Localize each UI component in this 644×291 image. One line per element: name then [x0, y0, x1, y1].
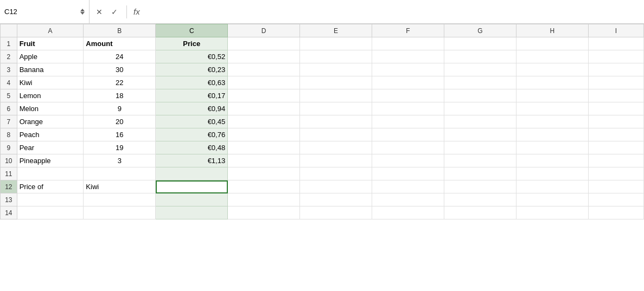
cell-h10[interactable] [516, 154, 588, 167]
cell-h6[interactable] [516, 102, 588, 115]
cell-a11[interactable] [17, 167, 84, 180]
cell-i12[interactable] [588, 180, 643, 193]
cell-h9[interactable] [516, 141, 588, 154]
cell-a5[interactable]: Lemon [17, 89, 84, 102]
cell-b11[interactable] [84, 167, 156, 180]
cell-ref-arrow-down[interactable] [80, 12, 85, 15]
row-number[interactable]: 1 [1, 37, 17, 50]
cell-d14[interactable] [228, 206, 300, 219]
cell-b13[interactable] [84, 193, 156, 206]
row-number[interactable]: 13 [1, 193, 17, 206]
cell-h7[interactable] [516, 115, 588, 128]
row-number[interactable]: 11 [1, 167, 17, 180]
cell-f2[interactable] [372, 50, 444, 63]
cell-ref-arrows[interactable] [80, 9, 85, 15]
cell-i5[interactable] [588, 89, 643, 102]
cell-f1[interactable] [372, 37, 444, 50]
cell-i10[interactable] [588, 154, 643, 167]
cell-d11[interactable] [228, 167, 300, 180]
cell-e5[interactable] [300, 89, 372, 102]
col-header-c[interactable]: C [156, 24, 228, 37]
cell-b10[interactable]: 3 [84, 154, 156, 167]
cell-c12[interactable] [156, 180, 228, 193]
col-header-d[interactable]: D [228, 24, 300, 37]
cell-i1[interactable] [588, 37, 643, 50]
cell-d1[interactable] [228, 37, 300, 50]
cell-b1[interactable]: Amount [84, 37, 156, 50]
cell-d5[interactable] [228, 89, 300, 102]
cell-e7[interactable] [300, 115, 372, 128]
cell-g2[interactable] [444, 50, 516, 63]
cell-f8[interactable] [372, 128, 444, 141]
cell-g11[interactable] [444, 167, 516, 180]
row-number[interactable]: 8 [1, 128, 17, 141]
cell-c1[interactable]: Price [156, 37, 228, 50]
cell-h12[interactable] [516, 180, 588, 193]
cell-f11[interactable] [372, 167, 444, 180]
cell-a10[interactable]: Pineapple [17, 154, 84, 167]
cell-g1[interactable] [444, 37, 516, 50]
cell-a14[interactable] [17, 206, 84, 219]
cancel-button[interactable]: ✕ [94, 7, 105, 17]
cell-d2[interactable] [228, 50, 300, 63]
cell-d7[interactable] [228, 115, 300, 128]
cell-a4[interactable]: Kiwi [17, 76, 84, 89]
cell-g9[interactable] [444, 141, 516, 154]
cell-e2[interactable] [300, 50, 372, 63]
cell-c14[interactable] [156, 206, 228, 219]
cell-e13[interactable] [300, 193, 372, 206]
cell-a3[interactable]: Banana [17, 63, 84, 76]
cell-a9[interactable]: Pear [17, 141, 84, 154]
row-number[interactable]: 6 [1, 102, 17, 115]
cell-g6[interactable] [444, 102, 516, 115]
cell-c9[interactable]: €0,48 [156, 141, 228, 154]
row-number[interactable]: 2 [1, 50, 17, 63]
cell-i6[interactable] [588, 102, 643, 115]
cell-g12[interactable] [444, 180, 516, 193]
cell-f14[interactable] [372, 206, 444, 219]
cell-d10[interactable] [228, 154, 300, 167]
cell-c7[interactable]: €0,45 [156, 115, 228, 128]
cell-a6[interactable]: Melon [17, 102, 84, 115]
cell-b4[interactable]: 22 [84, 76, 156, 89]
cell-h11[interactable] [516, 167, 588, 180]
cell-a12[interactable]: Price of [17, 180, 84, 193]
cell-h5[interactable] [516, 89, 588, 102]
cell-f4[interactable] [372, 76, 444, 89]
cell-b6[interactable]: 9 [84, 102, 156, 115]
cell-c13[interactable] [156, 193, 228, 206]
col-header-e[interactable]: E [300, 24, 372, 37]
cell-f3[interactable] [372, 63, 444, 76]
col-header-a[interactable]: A [17, 24, 84, 37]
cell-a13[interactable] [17, 193, 84, 206]
cell-h13[interactable] [516, 193, 588, 206]
cell-g10[interactable] [444, 154, 516, 167]
col-header-h[interactable]: H [516, 24, 588, 37]
cell-h2[interactable] [516, 50, 588, 63]
cell-ref-arrow-up[interactable] [80, 9, 85, 11]
spreadsheet-scroll-area[interactable]: A B C D E F G H I 1FruitAmountPrice2Appl… [0, 24, 644, 291]
cell-h1[interactable] [516, 37, 588, 50]
cell-e6[interactable] [300, 102, 372, 115]
cell-f6[interactable] [372, 102, 444, 115]
cell-i3[interactable] [588, 63, 643, 76]
cell-c2[interactable]: €0,52 [156, 50, 228, 63]
col-header-i[interactable]: I [588, 24, 643, 37]
col-header-f[interactable]: F [372, 24, 444, 37]
cell-a2[interactable]: Apple [17, 50, 84, 63]
cell-c6[interactable]: €0,94 [156, 102, 228, 115]
cell-e3[interactable] [300, 63, 372, 76]
cell-e12[interactable] [300, 180, 372, 193]
cell-i11[interactable] [588, 167, 643, 180]
col-header-g[interactable]: G [444, 24, 516, 37]
cell-a1[interactable]: Fruit [17, 37, 84, 50]
cell-reference-box[interactable]: C12 [0, 0, 90, 23]
cell-f9[interactable] [372, 141, 444, 154]
cell-f10[interactable] [372, 154, 444, 167]
cell-d13[interactable] [228, 193, 300, 206]
cell-g5[interactable] [444, 89, 516, 102]
row-number[interactable]: 10 [1, 154, 17, 167]
cell-g8[interactable] [444, 128, 516, 141]
cell-h8[interactable] [516, 128, 588, 141]
cell-i2[interactable] [588, 50, 643, 63]
